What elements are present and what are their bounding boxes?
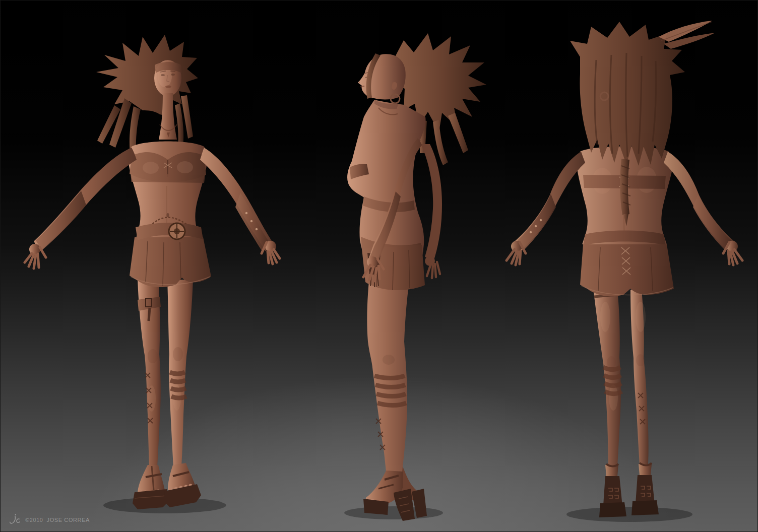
copyright-text: ©2010JOSE CORREA — [25, 517, 90, 523]
character-sculpt-side-view — [318, 23, 499, 527]
hair-feather — [659, 21, 715, 49]
front-figure-right-arm — [200, 148, 280, 264]
artist-signature-icon — [9, 513, 21, 526]
side-figure-far-arm — [421, 144, 442, 278]
front-figure-belt-skirt — [130, 217, 211, 287]
character-sculpt-back-view — [484, 15, 746, 524]
front-figure-left-arm — [25, 148, 137, 269]
artist-name: JOSE CORREA — [47, 517, 90, 523]
back-figure-skirt — [580, 231, 674, 297]
studded-bracer — [518, 194, 556, 250]
render-canvas: ©2010JOSE CORREA — [0, 0, 758, 532]
forearm-wrap — [693, 194, 731, 250]
forearm-wrap — [36, 191, 86, 250]
front-figure-hair — [96, 35, 198, 149]
skirt — [130, 237, 211, 287]
artist-credit: ©2010JOSE CORREA — [9, 513, 90, 526]
back-figure-left-arm — [507, 152, 585, 265]
character-sculpt-front-view — [11, 26, 293, 524]
front-figure-sandals — [133, 463, 201, 509]
back-figure-right-arm — [664, 152, 742, 265]
copyright-year: ©2010 — [25, 517, 43, 523]
navel — [167, 213, 169, 217]
front-figure-legs — [138, 279, 193, 467]
back-figure-legs — [593, 288, 649, 466]
ground-shadow — [344, 506, 443, 519]
ground-shadow — [566, 507, 692, 522]
